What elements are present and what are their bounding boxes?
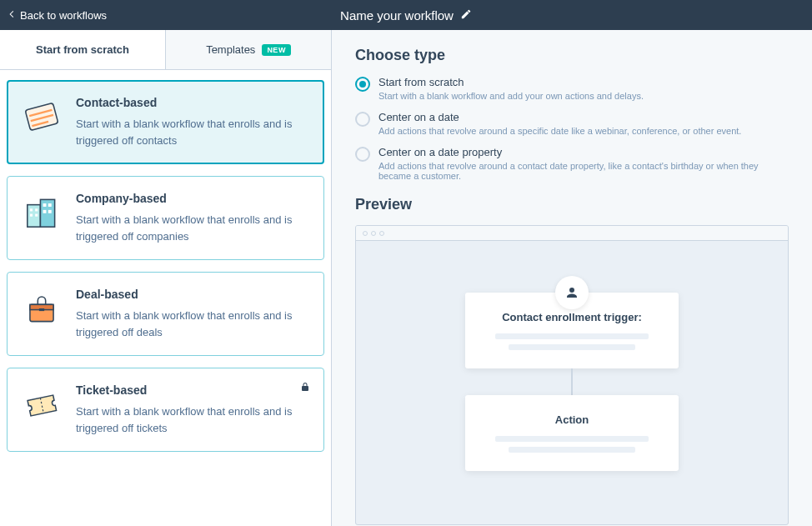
preview-canvas: Contact enrollment trigger: Action <box>356 241 788 524</box>
svg-rect-11 <box>35 208 38 211</box>
svg-rect-13 <box>35 214 38 217</box>
tab-label: Templates <box>206 43 255 56</box>
card-desc: Start with a blank workflow that enrolls… <box>76 212 310 244</box>
placeholder-line <box>509 344 634 350</box>
back-label: Back to workflows <box>20 9 107 22</box>
new-badge: NEW <box>262 44 291 56</box>
tab-start-from-scratch[interactable]: Start from scratch <box>0 30 165 69</box>
svg-rect-9 <box>48 210 52 213</box>
svg-rect-16 <box>39 308 44 311</box>
radio-label: Center on a date property <box>378 146 789 158</box>
right-panel: Choose type Start from scratch Start wit… <box>332 30 812 526</box>
svg-rect-12 <box>30 214 33 217</box>
placeholder-line <box>495 436 649 442</box>
window-dot-icon <box>379 231 384 236</box>
radio-label: Start from scratch <box>378 76 644 88</box>
workflow-title: Name your workflow <box>340 8 454 23</box>
card-ticket-based[interactable]: Ticket-based Start with a blank workflow… <box>7 368 324 452</box>
card-desc: Start with a blank workflow that enrolls… <box>76 403 310 436</box>
chevron-left-icon <box>7 9 17 22</box>
choose-type-heading: Choose type <box>355 47 789 64</box>
card-title: Ticket-based <box>76 383 310 397</box>
card-title: Deal-based <box>76 288 310 301</box>
radio-center-on-date[interactable]: Center on a date Add actions that revolv… <box>355 111 789 136</box>
card-title: Company-based <box>76 192 310 205</box>
tab-templates[interactable]: Templates NEW <box>165 30 331 69</box>
preview-titlebar <box>356 226 788 241</box>
back-to-workflows-link[interactable]: Back to workflows <box>0 9 107 22</box>
app-header: Back to workflows Name your workflow <box>0 0 812 30</box>
radio-start-from-scratch[interactable]: Start from scratch Start with a blank wo… <box>355 76 789 101</box>
radio-desc: Start with a blank workflow and add your… <box>378 91 644 101</box>
connector-line <box>571 368 573 395</box>
company-icon <box>21 192 63 233</box>
radio-desc: Add actions that revolve around a specif… <box>378 126 741 136</box>
card-contact-based[interactable]: Contact-based Start with a blank workflo… <box>7 80 324 164</box>
svg-rect-7 <box>48 203 52 207</box>
action-label: Action <box>482 413 662 426</box>
window-dot-icon <box>363 231 368 236</box>
radio-desc: Add actions that revolve around a contac… <box>378 161 789 181</box>
lock-icon <box>300 380 310 390</box>
placeholder-line <box>509 447 634 453</box>
card-desc: Start with a blank workflow that enrolls… <box>76 308 310 340</box>
placeholder-line <box>495 333 649 339</box>
svg-rect-5 <box>40 199 54 227</box>
action-node: Action <box>465 395 679 471</box>
card-company-based[interactable]: Company-based Start with a blank workflo… <box>7 176 324 260</box>
radio-label: Center on a date <box>378 111 741 123</box>
deal-icon <box>21 288 63 329</box>
window-dot-icon <box>371 231 376 236</box>
preview-heading: Preview <box>355 196 789 213</box>
type-radio-group: Start from scratch Start with a blank wo… <box>355 76 789 181</box>
left-panel: Start from scratch Templates NEW <box>0 30 332 526</box>
ticket-icon <box>21 383 63 425</box>
svg-rect-6 <box>43 203 47 207</box>
svg-rect-4 <box>28 205 41 228</box>
workflow-title-edit[interactable]: Name your workflow <box>340 8 472 23</box>
preview-window: Contact enrollment trigger: Action <box>355 225 789 525</box>
card-desc: Start with a blank workflow that enrolls… <box>76 116 310 148</box>
contact-icon <box>21 96 63 138</box>
radio-indicator <box>355 77 370 92</box>
tab-label: Start from scratch <box>36 43 129 56</box>
tabs: Start from scratch Templates NEW <box>0 30 331 70</box>
radio-indicator <box>355 147 370 162</box>
trigger-label: Contact enrollment trigger: <box>482 311 662 323</box>
contact-avatar-icon <box>555 276 589 309</box>
radio-center-on-date-property[interactable]: Center on a date property Add actions th… <box>355 146 789 181</box>
edit-pencil-icon <box>460 8 472 23</box>
card-deal-based[interactable]: Deal-based Start with a blank workflow t… <box>7 272 324 356</box>
svg-rect-10 <box>30 208 33 211</box>
radio-indicator <box>355 112 370 127</box>
card-title: Contact-based <box>76 96 310 109</box>
svg-rect-8 <box>43 210 47 213</box>
object-type-list: Contact-based Start with a blank workflo… <box>0 70 331 526</box>
